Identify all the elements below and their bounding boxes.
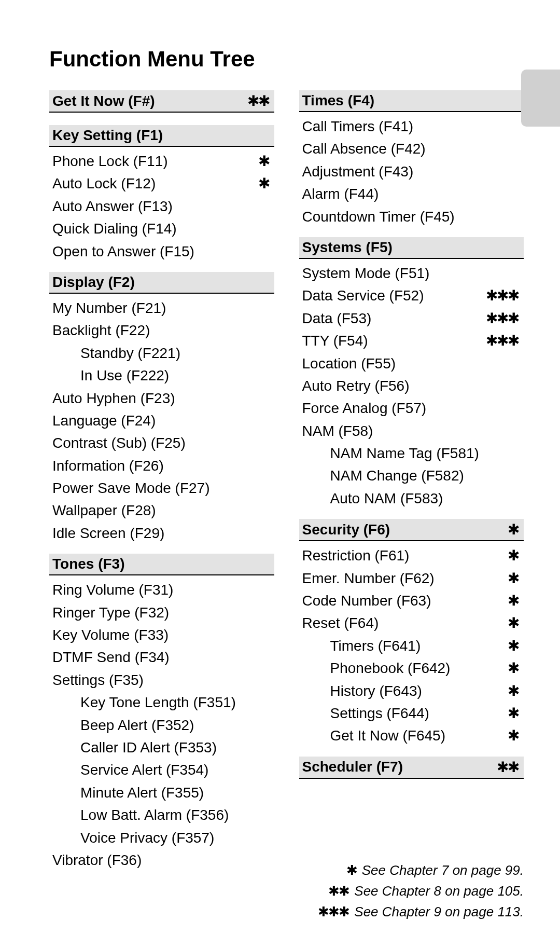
section-head-label: Get It Now (F#)	[52, 93, 155, 109]
menu-item: Data (F53)✱✱✱	[302, 307, 522, 329]
section-head: Key Setting (F1)	[49, 125, 274, 147]
section-head-label: Scheduler (F7)	[302, 759, 403, 775]
menu-item-label: Data Service (F52)	[302, 284, 424, 307]
menu-item: Quick Dialing (F14)	[52, 217, 272, 240]
menu-item-label: NAM Name Tag (F581)	[302, 442, 479, 464]
menu-item: Emer. Number (F62)✱	[302, 567, 522, 589]
star-icon: ✱	[508, 612, 522, 634]
star-icon: ✱	[508, 544, 522, 567]
star-icon: ✱	[508, 680, 522, 702]
menu-item-label: History (F643)	[302, 680, 422, 702]
menu-item-label: Auto Retry (F56)	[302, 375, 410, 397]
menu-item-label: Minute Alert (F355)	[52, 781, 204, 804]
menu-item-label: Emer. Number (F62)	[302, 567, 435, 589]
menu-item: Power Save Mode (F27)	[52, 477, 272, 499]
menu-item-label: Timers (F641)	[302, 635, 421, 657]
star-icon: ✱✱	[247, 92, 269, 109]
menu-item-label: Auto Hyphen (F23)	[52, 387, 175, 409]
menu-item-label: Voice Privacy (F357)	[52, 827, 214, 849]
section-head: Systems (F5)	[299, 237, 524, 259]
menu-item: Beep Alert (F352)	[52, 714, 272, 736]
star-icon: ✱	[508, 635, 522, 657]
page-title: Function Menu Tree	[49, 47, 524, 72]
menu-item: History (F643)✱	[302, 680, 522, 702]
menu-item-label: Standby (F221)	[52, 342, 180, 364]
menu-item: DTMF Send (F34)	[52, 646, 272, 668]
menu-columns: Get It Now (F#)✱✱Key Setting (F1)Phone L…	[49, 90, 524, 923]
menu-item: Location (F55)	[302, 352, 522, 375]
menu-item-label: Low Batt. Alarm (F356)	[52, 804, 229, 826]
star-icon: ✱	[508, 657, 522, 679]
section-head-label: Key Setting (F1)	[52, 127, 163, 144]
section-items	[49, 113, 274, 116]
menu-item: Vibrator (F36)	[52, 849, 272, 871]
menu-item-label: Key Tone Length (F351)	[52, 691, 236, 713]
star-icon: ✱	[258, 172, 272, 195]
menu-item: Language (F24)	[52, 409, 272, 432]
menu-item-label: Settings (F644)	[302, 702, 429, 724]
menu-item-label: Countdown Timer (F45)	[302, 205, 455, 228]
menu-item: Information (F26)	[52, 455, 272, 477]
menu-item: TTY (F54)✱✱✱	[302, 329, 522, 352]
menu-item-label: Phonebook (F642)	[302, 657, 451, 679]
section-items: Phone Lock (F11)✱Auto Lock (F12)✱Auto An…	[49, 147, 274, 263]
star-icon: ✱	[508, 589, 522, 612]
menu-item-label: Auto Answer (F13)	[52, 195, 173, 217]
menu-item-label: Call Timers (F41)	[302, 115, 414, 138]
section-head: Scheduler (F7)✱✱	[299, 757, 524, 779]
thumb-tab	[521, 70, 560, 127]
section-items: Ring Volume (F31)Ringer Type (F32)Key Vo…	[49, 575, 274, 871]
menu-item-label: NAM (F58)	[302, 420, 373, 442]
menu-item-label: NAM Change (F582)	[302, 464, 464, 487]
menu-item-label: Reset (F64)	[302, 612, 379, 634]
menu-item: Ring Volume (F31)	[52, 579, 272, 601]
menu-item: Get It Now (F645)✱	[302, 724, 522, 747]
menu-item: Timers (F641)✱	[302, 635, 522, 657]
menu-item-label: Location (F55)	[302, 352, 396, 375]
menu-item-label: Backlight (F22)	[52, 319, 150, 341]
menu-item-label: In Use (F222)	[52, 364, 169, 387]
star-icon: ✱✱✱	[318, 901, 349, 922]
menu-item-label: Idle Screen (F29)	[52, 522, 164, 544]
section-head: Tones (F3)	[49, 554, 274, 575]
menu-item: Key Tone Length (F351)	[52, 691, 272, 713]
menu-item-label: Wallpaper (F28)	[52, 499, 156, 521]
menu-item-label: Auto NAM (F583)	[302, 487, 443, 510]
menu-item: Service Alert (F354)	[52, 759, 272, 781]
menu-item: System Mode (F51)	[302, 262, 522, 284]
menu-item: Standby (F221)	[52, 342, 272, 364]
menu-item-label: Call Absence (F42)	[302, 138, 426, 160]
menu-item: Open to Answer (F15)	[52, 240, 272, 263]
section-head: Security (F6)✱	[299, 519, 524, 541]
menu-item-label: DTMF Send (F34)	[52, 646, 170, 668]
menu-item: Auto Lock (F12)✱	[52, 172, 272, 195]
menu-item-label: Auto Lock (F12)	[52, 172, 156, 195]
star-icon: ✱	[508, 521, 519, 538]
menu-item: NAM Change (F582)	[302, 464, 522, 487]
footnote: ✱See Chapter 7 on page 99.	[299, 860, 524, 881]
menu-item-label: Language (F24)	[52, 409, 156, 432]
menu-item-label: Phone Lock (F11)	[52, 150, 168, 172]
menu-item: Settings (F35)	[52, 669, 272, 691]
menu-item-label: Get It Now (F645)	[302, 724, 446, 747]
menu-item: Phonebook (F642)✱	[302, 657, 522, 679]
star-icon: ✱	[508, 702, 522, 724]
star-icon: ✱	[346, 860, 357, 881]
section-items: Call Timers (F41)Call Absence (F42)Adjus…	[299, 112, 524, 228]
menu-item-label: Code Number (F63)	[302, 589, 431, 612]
footnote: ✱✱See Chapter 8 on page 105.	[299, 881, 524, 901]
menu-item-label: System Mode (F51)	[302, 262, 430, 284]
star-icon: ✱✱✱	[486, 329, 522, 352]
star-icon: ✱✱	[497, 759, 519, 776]
star-icon: ✱	[508, 567, 522, 589]
footnote-text: See Chapter 8 on page 105.	[354, 881, 524, 901]
menu-item-label: Force Analog (F57)	[302, 397, 427, 419]
menu-item-label: Restriction (F61)	[302, 544, 410, 567]
footnote-text: See Chapter 7 on page 99.	[362, 860, 524, 881]
star-icon: ✱✱✱	[486, 284, 522, 307]
menu-item: Countdown Timer (F45)	[302, 205, 522, 228]
menu-item: Low Batt. Alarm (F356)	[52, 804, 272, 826]
menu-item-label: Beep Alert (F352)	[52, 714, 194, 736]
menu-item-label: Ring Volume (F31)	[52, 579, 173, 601]
section-head: Times (F4)	[299, 90, 524, 112]
